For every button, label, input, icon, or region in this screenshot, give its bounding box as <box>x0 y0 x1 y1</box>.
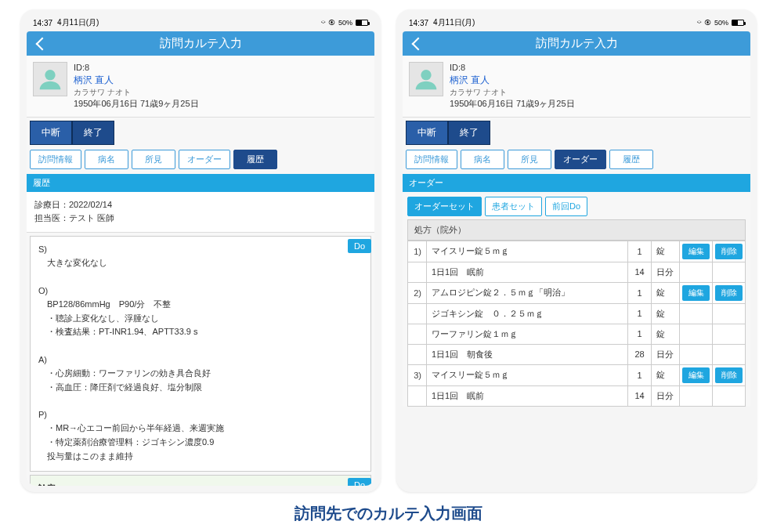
rx-row-number: 2) <box>408 282 427 303</box>
exam-heading: 診察 <box>38 483 56 486</box>
rx-row: ワーファリン錠１ｍｇ1錠 <box>408 324 746 344</box>
page-title: 訪問カルテ入力 <box>34 36 367 51</box>
history-section-bar: 履歴 <box>27 174 374 192</box>
rx-row-edit-cell: 編集 <box>680 282 713 303</box>
patient-name[interactable]: 柄沢 直人 <box>74 74 199 87</box>
wifi-icon: ⌔ <box>697 19 701 27</box>
rx-row-unit: 錠 <box>652 364 680 385</box>
status-bar: 14:37 4月11日(月) ⌔ ⦿ 50% <box>27 16 374 31</box>
rx-row-number <box>408 303 427 324</box>
rx-row-qty: 1 <box>628 241 652 262</box>
tab-disease[interactable]: 病名 <box>85 150 128 169</box>
suspend-button[interactable]: 中断 <box>406 121 448 145</box>
patient-name[interactable]: 柄沢 直人 <box>450 74 575 87</box>
delete-button[interactable]: 削除 <box>715 285 743 301</box>
tab-visit-info[interactable]: 訪問情報 <box>30 150 81 169</box>
subtab-prev-do[interactable]: 前回Do <box>545 197 587 216</box>
tab-row: 訪問情報 病名 所見 オーダー 履歴 <box>403 145 750 174</box>
patient-summary: ID:8 柄沢 直人 カラサワ ナオト 1950年06月16日 71歳9ヶ月25… <box>27 56 374 118</box>
status-bar: 14:37 4月11日(月) ⌔ ⦿ 50% <box>403 16 750 31</box>
finish-button[interactable]: 終了 <box>448 121 490 145</box>
status-time: 14:37 <box>33 19 52 27</box>
edit-button[interactable]: 編集 <box>682 244 710 259</box>
rx-row-name: アムロジピン錠２．５ｍｇ「明治」 <box>427 282 628 303</box>
rx-row-unit: 錠 <box>652 324 680 344</box>
rx-row-delete-cell <box>713 303 746 324</box>
svg-point-0 <box>45 70 55 80</box>
device-right: 14:37 4月11日(月) ⌔ ⦿ 50% 訪問カルテ入力 <box>396 9 757 492</box>
rx-row-number <box>408 324 427 344</box>
rx-row-number <box>408 344 427 364</box>
rx-row-delete-cell <box>713 385 746 406</box>
patient-kana: カラサワ ナオト <box>74 87 199 98</box>
rx-row-name: 1日1回 眠前 <box>427 385 628 406</box>
suspend-button[interactable]: 中断 <box>30 121 72 145</box>
rx-row-name: ワーファリン錠１ｍｇ <box>427 324 628 344</box>
tab-history[interactable]: 履歴 <box>233 150 277 169</box>
rx-row: 1)マイスリー錠５ｍｇ1錠編集削除 <box>408 241 746 262</box>
tab-visit-info[interactable]: 訪問情報 <box>406 150 457 169</box>
rx-row: 2)アムロジピン錠２．５ｍｇ「明治」1錠編集削除 <box>408 282 746 303</box>
do-button-2[interactable]: Do <box>348 478 371 486</box>
patient-dob: 1950年06月16日 71歳9ヶ月25日 <box>74 98 199 110</box>
rx-row-qty: 1 <box>628 364 652 385</box>
rx-row-delete-cell <box>713 344 746 364</box>
subtab-patient-set[interactable]: 患者セット <box>485 197 542 216</box>
finish-button[interactable]: 終了 <box>72 121 114 145</box>
rx-row-number <box>408 262 427 282</box>
delete-button[interactable]: 削除 <box>715 367 743 383</box>
person-icon <box>38 67 63 92</box>
page-title: 訪問カルテ入力 <box>410 36 743 51</box>
battery-percent: 50% <box>714 19 728 27</box>
status-date: 4月11日(月) <box>433 17 475 28</box>
battery-icon <box>732 20 744 26</box>
tab-history[interactable]: 履歴 <box>609 150 653 169</box>
avatar <box>409 62 443 96</box>
tab-findings[interactable]: 所見 <box>508 150 551 169</box>
tab-order[interactable]: オーダー <box>179 150 230 169</box>
tab-findings[interactable]: 所見 <box>132 150 175 169</box>
meta-date-label: 診療日： <box>34 200 69 209</box>
rx-row-qty: 1 <box>628 282 652 303</box>
rx-row-qty: 14 <box>628 262 652 282</box>
tab-disease[interactable]: 病名 <box>461 150 504 169</box>
person-icon <box>414 67 439 92</box>
rx-row-qty: 28 <box>628 344 652 364</box>
rx-row-edit-cell <box>680 344 713 364</box>
app-header: 訪問カルテ入力 <box>27 31 374 56</box>
rx-row-unit: 日分 <box>652 262 680 282</box>
edit-button[interactable]: 編集 <box>682 367 710 383</box>
tab-order[interactable]: オーダー <box>555 150 606 169</box>
record-icon: ⦿ <box>328 19 335 27</box>
delete-button[interactable]: 削除 <box>715 244 743 259</box>
rx-row-delete-cell: 削除 <box>713 282 746 303</box>
rx-row-number: 1) <box>408 241 427 262</box>
rx-row-delete-cell <box>713 324 746 344</box>
rx-row-edit-cell <box>680 262 713 282</box>
svg-point-1 <box>421 70 431 80</box>
rx-row-name: マイスリー錠５ｍｇ <box>427 364 628 385</box>
rx-row-delete-cell: 削除 <box>713 364 746 385</box>
subtab-order-set[interactable]: オーダーセット <box>407 197 482 216</box>
device-left: 14:37 4月11日(月) ⌔ ⦿ 50% 訪問カルテ入力 <box>20 9 381 492</box>
rx-row-name: 1日1回 朝食後 <box>427 344 628 364</box>
tab-row: 訪問情報 病名 所見 オーダー 履歴 <box>27 145 374 174</box>
rx-row-edit-cell <box>680 324 713 344</box>
rx-row-unit: 日分 <box>652 385 680 406</box>
rx-row: 1日1回 朝食後28日分 <box>408 344 746 364</box>
rx-row-name: ジゴキシン錠 ０．２５ｍｇ <box>427 303 628 324</box>
soap-note[interactable]: S) 大きな変化なし O) BP128/86mmHg P90/分 不整 ・聴診上… <box>30 236 371 472</box>
figure-caption: 訪問先でのカルテ入力画面 <box>9 503 768 524</box>
rx-row-qty: 1 <box>628 324 652 344</box>
rx-row-number <box>408 385 427 406</box>
exam-block[interactable]: 診察 1) 特定薬剤治療管理料１（第４月目以降） 2) 在宅患者訪問診療料（1）… <box>30 475 371 486</box>
battery-icon <box>356 20 368 26</box>
meta-doctor-label: 担当医： <box>34 213 69 223</box>
patient-dob: 1950年06月16日 71歳9ヶ月25日 <box>450 98 575 110</box>
rx-row-name: マイスリー錠５ｍｇ <box>427 241 628 262</box>
rx-row-edit-cell: 編集 <box>680 241 713 262</box>
do-button-1[interactable]: Do <box>348 239 371 253</box>
rx-header: 処方（院外） <box>407 219 746 241</box>
rx-row: 3)マイスリー錠５ｍｇ1錠編集削除 <box>408 364 746 385</box>
edit-button[interactable]: 編集 <box>682 285 710 301</box>
